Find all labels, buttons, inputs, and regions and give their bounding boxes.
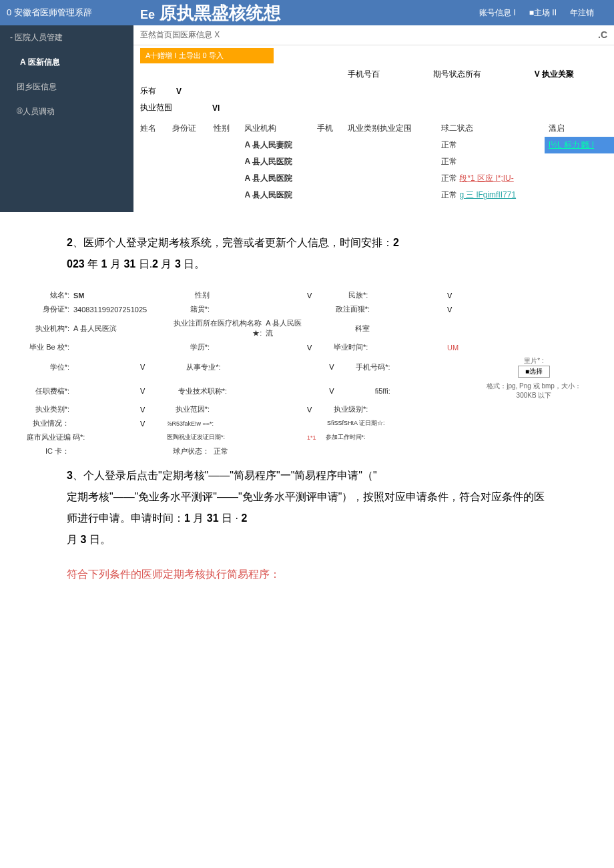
label-date-small: ⅞R53fakE!w ==*: [167,420,218,427]
label-work-time: 参加工作时间*: [323,433,370,442]
logout-link[interactable]: 年注销 [570,7,594,19]
label-ethnicity: 民族*: [325,290,372,300]
main-layout: - 医院人员管建 A 医新信息 团乡医信息 ®人员调动 至然首页国医麻信息 X … [0,25,614,212]
value-org: A 县人民医滨 [73,324,117,334]
label-org: 执业机构*: [27,324,73,334]
th-action: 溫启 [545,120,614,137]
label-gender: 性别 [167,290,214,300]
label-category: 执业类别*: [27,404,73,414]
label-political: 政注面狠*: [327,304,374,314]
label-id: 身份证*: [27,304,73,314]
table-header-row: 姓名 身份证 性别 风业机构 手机 巩业类别执业定围 球二状态 溫启 [133,120,614,137]
header-actions: 账号信息 I ■主场 II 年注销 [479,7,614,19]
label-inst: 执业注而所在医疗机构名称 ★: [167,318,266,338]
toolbar: A十赠增 I 土导出 0 导入 [140,48,274,63]
row-action[interactable]: 段*1 区应 I*;IU- [459,173,513,183]
row-action[interactable]: g 三 lFgimfII771 [459,190,516,199]
photo-area: 里片* : ■选择 [481,356,587,378]
select-photo-button[interactable]: ■选择 [518,366,550,378]
table-row[interactable]: A 县人民医院 正常 [133,153,614,170]
th-org: 风业机构 [240,120,312,137]
sidebar-item-doctor-info[interactable]: A 医新信息 [0,50,133,75]
label-situation: 执业情况： [27,418,73,428]
label-tech-title: 专业技术职称*: [178,386,231,396]
th-id: 身份证 [168,120,210,137]
format-hint: 格式：jpg, Png 或 bmp，大小：300KB 以下 [481,382,587,400]
system-label: 0 安徽省医师管理系辞 [0,7,133,19]
content-area: 至然首页国医麻信息 X .C A十赠增 I 土导出 0 导入 手机号百 期号状态… [133,25,614,212]
filter-has-value[interactable]: V [176,87,182,96]
section-2-text: 2、医师个人登录定期考核系统，完善或者更新个人信息，时间安排：2 023 年 1… [0,212,614,288]
filter-relation-label: V 执业关聚 [535,69,574,80]
filter-scope-label: 执业范围 [140,102,172,113]
filter-phone-label: 手机号百 [348,69,380,80]
label-scope: 执业范因*: [167,404,214,414]
th-gender: 性别 [210,120,241,137]
th-category: 巩业类别执业定围 [344,120,437,137]
value-name: SM [73,292,85,300]
label-cert-date: SfiSSfSHtA 证日期☆: [327,419,389,428]
table-row[interactable]: A 县人民医院 正常 段*1 区应 I*;IU- [133,170,614,187]
label-issue: 医陶祝业证发证日期*: [167,433,229,442]
filter-row-3: 执业范围 Vl [133,99,614,116]
red-condition-text: 符合下列条件的医师定期考核执行简易程序： [67,564,547,585]
table-row[interactable]: A 县人民妻院 正常 I½L 标力∣鑊 I [133,137,614,153]
tab-doctor-info[interactable]: 至然首页国医麻信息 X [140,29,220,41]
value-gradtime: UM [447,344,458,352]
section-3-text: 3、个人登录后点击"定期考核"——"简易程序"一"简易程序申请"（" 定期考核"… [0,458,614,598]
label-name: 炫名*: [27,290,73,300]
label-major: 从事专业*: [178,362,225,372]
th-name: 姓名 [133,120,168,137]
header-bar: 0 安徽省医师管理系辞 Ee 原执黑盛核统想 账号信息 I ■主场 II 年注销 [0,0,614,25]
label-title: 任职费槁*: [27,386,73,396]
label-edu: 学历*: [167,342,214,352]
sidebar-item-transfer[interactable]: ®人员调动 [0,99,133,124]
value-inst: A 县人民医流 [266,318,307,338]
filter-row-2: 乐有 V [133,83,614,99]
label-fi5ffi: fi5ffi: [348,387,394,395]
toolbar-actions[interactable]: A十赠增 I 土导出 0 导入 [145,51,224,59]
th-status: 球二状态 [437,120,545,137]
filter-scope-value[interactable]: Vl [212,103,220,113]
label-cert-no: 庭市风业证编 码*: [27,432,89,442]
account-info-link[interactable]: 账号信息 I [479,7,516,19]
label-degree: 学位*: [27,362,73,372]
home-link[interactable]: ■主场 II [529,7,557,19]
tab-close-icon[interactable]: .C [598,29,607,41]
label-account-status: 球户状态： [167,446,214,456]
sidebar-item-village-doctor[interactable]: 团乡医信息 [0,75,133,99]
label-level: 执业级别*: [325,404,372,414]
tab-bar: 至然首页国医麻信息 X .C [133,25,614,45]
table-row[interactable]: A 县人民医院 正常 g 三 lFgimfII771 [133,187,614,203]
label-ic: IC 卡： [27,446,73,456]
label-phone: 手机号码*: [348,362,394,372]
filter-period-label: 期号状态所有 [433,69,481,80]
sidebar: - 医院人员管建 A 医新信息 团乡医信息 ®人员调动 [0,25,133,212]
filter-has-label: 乐有 [140,85,156,97]
th-phone: 手机 [313,120,344,137]
label-native: 籍贯*: [167,304,214,314]
label-dept: 科室 [327,324,374,334]
label-gradtime: 毕业时间*: [325,342,372,352]
filter-row-1: 手机号百 期号状态所有 V 执业关聚 [133,66,614,83]
doctor-table: 姓名 身份证 性别 风业机构 手机 巩业类别执业定围 球二状态 溫启 A 县人民… [133,120,614,203]
page-title: Ee 原执黑盛核统想 [133,1,479,25]
row-action[interactable]: I½L 标力∣鑊 I [549,140,595,149]
label-school: 毕业 Be 校*: [27,342,73,352]
value-account-status: 正常 [214,446,228,456]
sidebar-item-staff[interactable]: - 医院人员管建 [0,25,133,50]
value-id: 340831199207251025 [73,306,147,314]
personal-info-form: 炫名*:SM 性别 V民族*: V 身份证*:34083119920725102… [0,288,614,458]
